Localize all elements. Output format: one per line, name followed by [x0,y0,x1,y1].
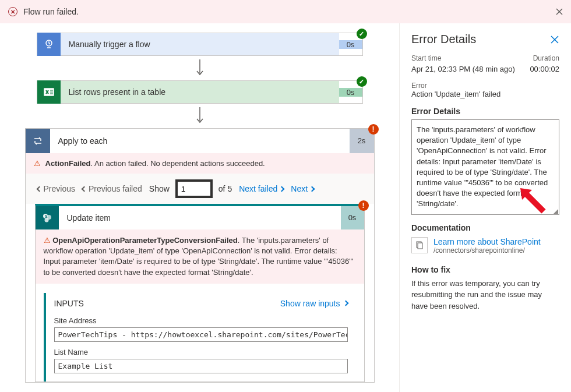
step-duration: 0s [339,88,362,97]
banner-text: Flow run failed. [23,7,79,16]
duration-value: 00:00:02 [530,65,559,73]
error-details-textbox[interactable]: The 'inputs.parameters' of workflow oper… [411,119,559,215]
status-success-icon: ✓ [357,76,367,87]
list-name-value[interactable]: Example List [54,359,348,373]
show-raw-inputs-button[interactable]: Show raw inputs [280,299,348,308]
inputs-heading: INPUTS [54,299,84,308]
action-failed-banner: ⚠ ActionFailed. An action failed. No dep… [26,153,374,174]
flow-canvas: Manually trigger a flow 0s ✓ List rows p… [0,23,399,392]
previous-failed-button[interactable]: Previous failed [82,184,142,193]
step-title: Update item [59,213,341,223]
close-icon[interactable] [556,8,563,15]
status-success-icon: ✓ [357,29,367,39]
doc-path: /connectors/sharepointonline/ [433,246,541,255]
connector-arrow [23,56,376,80]
step-title: Manually trigger a flow [61,40,339,49]
connector-arrow [23,104,376,128]
error-banner: ✕ Flow run failed. [0,0,571,23]
step-trigger[interactable]: Manually trigger a flow 0s [37,33,363,56]
svg-text:S: S [45,214,48,218]
page-total: of 5 [218,184,232,193]
sharepoint-icon: S [36,206,59,229]
svg-rect-8 [418,243,422,249]
previous-button[interactable]: Previous [37,184,75,193]
warning-icon: ⚠ [34,159,41,168]
step-title: Apply to each [50,136,350,146]
trigger-icon [37,33,61,56]
loop-icon [26,129,50,153]
start-time-value: Apr 21, 02:33 PM (48 min ago) [411,65,515,73]
error-code: ActionFailed [45,159,91,168]
step-header[interactable]: S Update item 0s [36,206,364,229]
start-time-label: Start time [411,54,441,62]
error-code: OpenApiOperationParameterTypeConversionF… [52,236,238,245]
error-label: Error [411,82,559,90]
doc-link[interactable]: Learn more about SharePoint [433,237,541,246]
error-details-label: Error Details [411,107,559,116]
svg-point-5 [44,218,48,223]
operation-error-banner: ⚠ OpenApiOperationParameterTypeConversio… [36,229,364,284]
site-address-label: Site Address [54,316,348,325]
step-title: List rows present in a table [61,87,339,97]
site-address-value[interactable]: PowerTechTips - https://howtoexcel.share… [54,327,348,342]
next-failed-button[interactable]: Next failed [239,184,284,193]
list-name-label: List Name [54,348,348,356]
duration-label: Duration [533,54,559,62]
document-icon [411,237,428,253]
step-update-item: ! S Update item 0s ⚠ OpenApiOperationPar… [35,204,365,382]
error-value: Action 'Update_item' failed [411,90,559,98]
next-button[interactable]: Next [291,184,314,193]
loop-container: ! Apply to each 2s ⚠ ActionFailed. An ac… [25,128,375,383]
panel-close-icon[interactable] [550,35,559,44]
howto-label: How to fix [411,265,559,274]
status-error-icon: ! [368,124,379,135]
page-input[interactable] [177,181,212,197]
step-loop[interactable]: Apply to each 2s [26,129,374,153]
warning-icon: ⚠ [44,236,51,245]
step-duration: 0s [339,40,362,49]
resize-handle-icon[interactable] [554,209,558,214]
show-label: Show [149,184,170,193]
step-excel[interactable]: List rows present in a table 0s [37,80,363,104]
excel-icon [37,80,61,104]
panel-title: Error Details [411,33,476,46]
documentation-label: Documentation [411,223,559,232]
pagination-bar: Previous Previous failed Show of 5 Next … [26,174,374,204]
error-icon: ✕ [8,7,17,16]
status-error-icon: ! [358,200,369,211]
howto-text: If this error was temporary, you can try… [411,278,559,312]
inputs-section: INPUTS Show raw inputs Site Address Powe… [44,293,356,382]
error-details-panel: Error Details Start time Duration Apr 21… [399,23,571,392]
error-message: . An action failed. No dependent actions… [91,159,265,168]
